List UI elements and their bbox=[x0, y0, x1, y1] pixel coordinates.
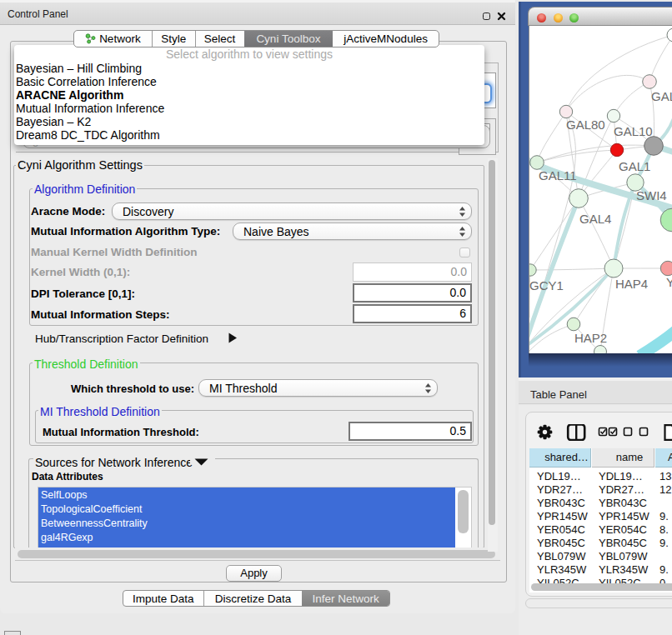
svg-text:HAP2: HAP2 bbox=[574, 331, 607, 345]
svg-text:GCY1: GCY1 bbox=[529, 278, 564, 292]
svg-text:GAL10: GAL10 bbox=[614, 124, 653, 138]
svg-text:GAL: GAL bbox=[651, 89, 672, 103]
svg-text:GAL80: GAL80 bbox=[566, 118, 605, 132]
svg-text:SWI4: SWI4 bbox=[636, 188, 667, 202]
svg-text:Y: Y bbox=[666, 275, 672, 289]
svg-text:HAP4: HAP4 bbox=[615, 277, 648, 291]
svg-text:GAL1: GAL1 bbox=[619, 159, 650, 173]
svg-text:GAL4: GAL4 bbox=[579, 212, 611, 226]
svg-text:GAL11: GAL11 bbox=[539, 168, 577, 182]
